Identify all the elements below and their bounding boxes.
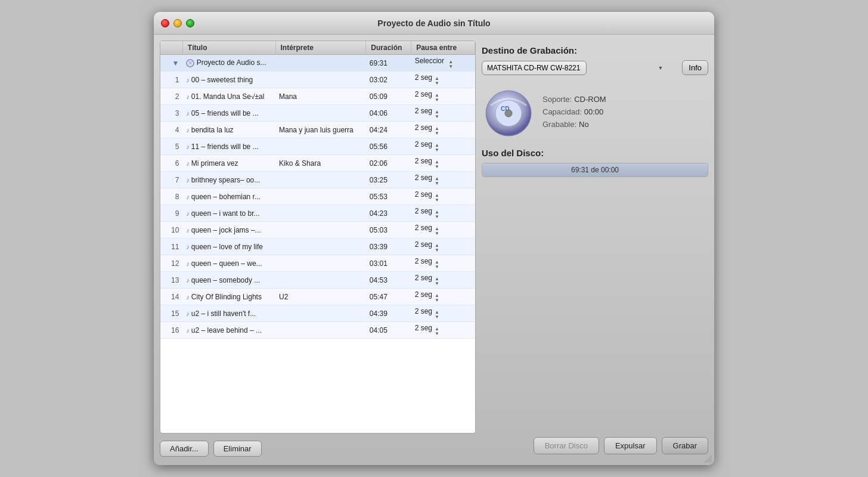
- add-button[interactable]: Añadir...: [160, 441, 209, 457]
- track-duration: 04:23: [366, 205, 411, 222]
- svg-line-5: [707, 458, 712, 463]
- table-row[interactable]: 1♪00 – sweetest thing03:022 seg▲▼: [160, 72, 475, 88]
- track-title: ♪bendita la luz: [182, 122, 275, 138]
- track-pause: 2 seg▲▼: [411, 138, 475, 155]
- music-icon: ♪: [186, 227, 190, 234]
- pause-stepper[interactable]: ▲▼: [435, 126, 439, 136]
- pause-stepper[interactable]: ▲▼: [435, 176, 439, 186]
- table-row[interactable]: 15♪u2 – i still haven't f...04:392 seg▲▼: [160, 305, 475, 322]
- track-num: 16: [160, 322, 182, 339]
- table-row[interactable]: 13♪queen – somebody ...04:532 seg▲▼: [160, 272, 475, 289]
- track-artist: [275, 105, 366, 122]
- track-num: 1: [160, 72, 182, 88]
- track-num: 7: [160, 172, 182, 188]
- remove-button[interactable]: Eliminar: [213, 441, 262, 457]
- maximize-button[interactable]: [186, 19, 194, 27]
- track-artist: U2: [275, 289, 366, 305]
- pause-stepper[interactable]: ▲▼: [435, 277, 439, 286]
- pause-stepper[interactable]: ▲▼: [435, 160, 439, 169]
- track-title: ♪queen – somebody ...: [182, 272, 275, 289]
- col-header-title[interactable]: Título: [182, 41, 275, 55]
- media-row: Soporte: CD-ROM: [542, 95, 606, 104]
- cd-icon: CD: [482, 85, 535, 138]
- track-pause: 2 seg▲▼: [411, 88, 475, 105]
- table-row[interactable]: 16♪u2 – leave behind – ...04:052 seg▲▼: [160, 322, 475, 339]
- track-pause: 2 seg▲▼: [411, 255, 475, 272]
- pause-stepper[interactable]: ▲▼: [435, 243, 439, 253]
- table-row[interactable]: 4♪bendita la luzMana y juan luis guerra0…: [160, 122, 475, 138]
- cd-svg: CD: [482, 85, 535, 138]
- col-header-artist[interactable]: Intérprete: [275, 41, 366, 55]
- music-icon: ♪: [186, 93, 190, 100]
- table-row[interactable]: 12♪queen – queen – we...03:012 seg▲▼: [160, 255, 475, 272]
- burn-button[interactable]: Grabar: [662, 437, 708, 454]
- table-row[interactable]: 3♪05 – friends will be ...04:062 seg▲▼: [160, 105, 475, 122]
- close-button[interactable]: [161, 19, 169, 27]
- erase-disk-button[interactable]: Borrar Disco: [534, 437, 599, 454]
- minimize-button[interactable]: [173, 19, 182, 27]
- bottom-buttons: Añadir... Eliminar: [160, 438, 476, 459]
- recording-dest-section: Destino de Grabación: MATSHITA CD-RW CW-…: [482, 45, 708, 75]
- cd-info-area: CD Soporte: CD-ROM Capa: [482, 85, 708, 138]
- table-row[interactable]: 6♪Mi primera vezKiko & Shara02:062 seg▲▼: [160, 155, 475, 172]
- pause-stepper[interactable]: ▲▼: [435, 293, 439, 303]
- traffic-lights: [161, 19, 194, 27]
- track-num: 11: [160, 238, 182, 255]
- project-row[interactable]: ▼ ✕ Proyecto de Audio s... 69:31 Selecci…: [160, 55, 475, 72]
- table-row[interactable]: 8♪queen – bohemian r...05:532 seg▲▼: [160, 188, 475, 205]
- table-row[interactable]: 2♪01. Manda Una Se√±alMana05:092 seg▲▼: [160, 88, 475, 105]
- track-artist: Mana: [275, 88, 366, 105]
- track-artist: [275, 138, 366, 155]
- action-buttons: Borrar Disco Expulsar Grabar: [482, 437, 708, 454]
- track-title: ♪queen – love of my life: [182, 238, 275, 255]
- table-row[interactable]: 5♪11 – friends will be ...05:562 seg▲▼: [160, 138, 475, 155]
- track-num: 5: [160, 138, 182, 155]
- track-num: 3: [160, 105, 182, 122]
- device-select[interactable]: MATSHITA CD-RW CW-8221: [482, 61, 587, 75]
- table-row[interactable]: 9♪queen – i want to br...04:232 seg▲▼: [160, 205, 475, 222]
- pause-stepper[interactable]: ▲▼: [448, 60, 453, 69]
- pause-stepper[interactable]: ▲▼: [435, 310, 439, 320]
- col-header-duration[interactable]: Duración: [366, 41, 411, 55]
- track-duration: 05:53: [366, 188, 411, 205]
- track-duration: 04:53: [366, 272, 411, 289]
- track-pause: 2 seg▲▼: [411, 172, 475, 188]
- info-button[interactable]: Info: [682, 60, 708, 75]
- pause-stepper[interactable]: ▲▼: [435, 210, 439, 219]
- track-artist: [275, 255, 366, 272]
- pause-stepper[interactable]: ▲▼: [435, 327, 439, 336]
- pause-stepper[interactable]: ▲▼: [435, 110, 439, 119]
- table-row[interactable]: 11♪queen – love of my life03:392 seg▲▼: [160, 238, 475, 255]
- track-title: ♪queen – jock jams –...: [182, 222, 275, 238]
- project-row-artist: [275, 55, 366, 72]
- table-row[interactable]: 7♪brithney spears– oo...03:252 seg▲▼: [160, 172, 475, 188]
- col-header-pause[interactable]: Pausa entre: [411, 41, 475, 55]
- pause-stepper[interactable]: ▲▼: [435, 93, 439, 103]
- pause-stepper[interactable]: ▲▼: [435, 260, 439, 270]
- left-panel: Título Intérprete Duración Pausa entre ▼: [160, 41, 476, 459]
- track-duration: 02:06: [366, 155, 411, 172]
- table-row[interactable]: 10♪queen – jock jams –...05:032 seg▲▼: [160, 222, 475, 238]
- track-artist: [275, 172, 366, 188]
- pause-stepper[interactable]: ▲▼: [435, 143, 439, 153]
- project-row-num: ▼: [160, 55, 182, 72]
- table-row[interactable]: 14♪City Of Blinding LightsU205:472 seg▲▼: [160, 289, 475, 305]
- track-duration: 05:03: [366, 222, 411, 238]
- track-num: 9: [160, 205, 182, 222]
- music-icon: ♪: [186, 160, 190, 167]
- resize-handle[interactable]: [702, 453, 712, 463]
- pause-stepper[interactable]: ▲▼: [435, 227, 439, 236]
- track-title: ♪u2 – leave behind – ...: [182, 322, 275, 339]
- usage-bar-container: 69:31 de 00:00: [482, 163, 708, 177]
- music-icon: ♪: [186, 210, 190, 217]
- track-artist: [275, 205, 366, 222]
- recording-dest-label: Destino de Grabación:: [482, 45, 708, 55]
- writable-value: No: [579, 120, 589, 129]
- track-table-wrapper: Título Intérprete Duración Pausa entre ▼: [160, 41, 476, 433]
- track-num: 12: [160, 255, 182, 272]
- music-icon: ♪: [186, 193, 190, 200]
- pause-stepper[interactable]: ▲▼: [435, 193, 439, 203]
- eject-button[interactable]: Expulsar: [604, 437, 657, 454]
- track-duration: 04:06: [366, 105, 411, 122]
- pause-stepper[interactable]: ▲▼: [435, 76, 439, 86]
